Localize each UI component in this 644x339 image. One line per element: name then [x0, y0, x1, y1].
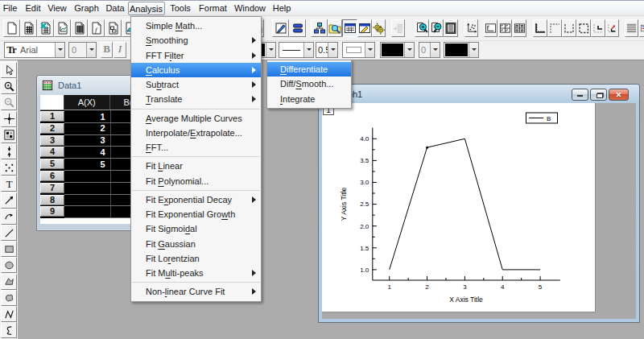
gridlines-button[interactable] [625, 19, 638, 37]
data-reader-button[interactable] [1, 111, 17, 127]
menu-item-simple-math-[interactable]: Simple Math... [131, 19, 261, 33]
code-builder-button[interactable] [372, 19, 386, 37]
row-header-1[interactable]: 1 [40, 111, 64, 122]
cell-a4[interactable]: 4 [64, 147, 105, 158]
y-axis-title[interactable]: Y Axis Title [340, 188, 348, 221]
project-explorer-button[interactable] [311, 19, 328, 37]
menu-item-fit-exponential-decay[interactable]: Fit Exponential Decay [131, 192, 261, 207]
font-combo-arrow[interactable] [55, 43, 64, 57]
italic-button[interactable]: I [114, 42, 126, 58]
menu-item-fit-exponential-growth[interactable]: Fit Exponential Growth [131, 207, 261, 221]
new-project-button[interactable] [3, 19, 20, 37]
menu-item-average-multiple-curves[interactable]: Average Multiple Curves [131, 111, 261, 126]
menu-item-fft-filter[interactable]: FFT Filter [131, 48, 261, 63]
data-line[interactable] [390, 138, 540, 270]
line-width-combo-arrow[interactable] [328, 43, 337, 57]
cell-a1[interactable]: 1 [64, 112, 105, 122]
secondary-size-combo[interactable]: 0 [419, 42, 440, 58]
menu-item-fit-multi-peaks[interactable]: Fit Multi-peaks [131, 266, 261, 280]
menu-item-fit-polynomial-[interactable]: Fit Polynomial... [131, 174, 261, 188]
axis-recreate-button[interactable] [605, 19, 619, 37]
row-header-2[interactable]: 2 [40, 123, 64, 134]
region-tool-button[interactable] [1, 290, 17, 306]
submenu-item-integrate[interactable]: Integrate [267, 92, 351, 106]
polygon-tool-button[interactable] [1, 274, 17, 290]
secondary-size-combo-arrow[interactable] [430, 43, 440, 57]
hidden-color-combo-arrow[interactable] [266, 43, 275, 57]
menubar-item-edit[interactable]: Edit [23, 2, 44, 15]
axis-top-left-button[interactable] [547, 19, 562, 37]
submenu-item-diff-smooth-[interactable]: Diff/Smooth... [267, 76, 351, 91]
font-size-combo-arrow[interactable] [86, 43, 96, 57]
menubar-item-data[interactable]: Data [103, 2, 127, 15]
menu-item-interpolate-extrapolate-[interactable]: Interpolate/Extrapolate... [131, 126, 261, 140]
axis-corner-button[interactable] [591, 19, 605, 37]
zoom-in-button[interactable] [1, 78, 17, 94]
worksheet-corner-cell[interactable] [40, 95, 64, 110]
region-dots-button[interactable] [1, 159, 17, 176]
submenu-item-differentiate[interactable]: Differentiate [267, 62, 351, 76]
menubar-item-help[interactable]: Help [270, 2, 294, 15]
zoom-out-button[interactable] [1, 94, 17, 110]
menu-item-fit-gaussian[interactable]: Fit Gaussian [131, 237, 261, 251]
row-header-6[interactable]: 6 [40, 171, 64, 181]
axis-box-button[interactable] [576, 19, 591, 37]
circle-tool-button[interactable] [1, 257, 17, 273]
new-worksheet-button[interactable] [20, 19, 37, 37]
data-point-marker[interactable] [426, 147, 428, 149]
line-tool-button[interactable] [1, 225, 17, 241]
curved-arrow-button[interactable] [1, 209, 17, 225]
line-width-combo[interactable]: 0.5 [316, 42, 338, 58]
menu-item-fit-lorentzian[interactable]: Fit Lorentzian [131, 251, 261, 266]
cell-a3[interactable]: 3 [64, 135, 105, 146]
duplicate-button[interactable] [289, 19, 306, 37]
layer-grid2-button[interactable] [513, 19, 526, 37]
whole-page-button[interactable] [444, 19, 458, 37]
menu-item-subtract[interactable]: Subtract [131, 77, 261, 92]
new-function-button[interactable] [88, 19, 105, 37]
zoom-in-page-button[interactable] [415, 19, 429, 37]
new-matrix-button[interactable] [71, 19, 88, 37]
menu-item-calculus[interactable]: Calculus [131, 63, 261, 77]
menubar-item-window[interactable]: Window [232, 2, 268, 15]
menubar-item-format[interactable]: Format [196, 2, 229, 15]
bold-button[interactable]: B [101, 42, 113, 58]
text-tool-button[interactable] [1, 176, 17, 192]
layer-grid-button[interactable] [498, 19, 512, 37]
arrow-tool-button[interactable] [1, 192, 17, 209]
line-color-combo[interactable] [380, 42, 415, 58]
x-axis-title[interactable]: X Axis Title [449, 296, 483, 304]
row-header-4[interactable]: 4 [40, 147, 64, 157]
save-project-button[interactable] [272, 19, 289, 37]
zoom-out-page-button[interactable] [429, 19, 444, 37]
polyline-tool-button[interactable] [1, 306, 17, 322]
cell-a5[interactable]: 5 [64, 159, 105, 170]
script-window-button[interactable] [357, 19, 372, 37]
row-header-8[interactable]: 8 [40, 195, 64, 205]
pointer-button[interactable] [1, 62, 17, 78]
line-style-combo-arrow[interactable] [303, 43, 313, 57]
freehand-tool-button[interactable] [1, 322, 17, 338]
row-header-3[interactable]: 3 [40, 135, 64, 146]
fill-color-combo-arrow[interactable] [469, 43, 478, 57]
row-header-5[interactable]: 5 [40, 159, 64, 169]
menubar-item-graph[interactable]: Graph [72, 2, 101, 15]
rescale-button[interactable] [464, 19, 478, 37]
menu-item-fit-linear[interactable]: Fit Linear [131, 159, 261, 173]
menubar-item-view[interactable]: View [45, 2, 69, 15]
close-button[interactable] [609, 89, 629, 101]
axis-bottom-right-button[interactable] [562, 19, 576, 37]
axis-bottom-left-button[interactable] [533, 19, 547, 37]
menubar-item-file[interactable]: File [1, 2, 20, 15]
fill-style-combo[interactable] [342, 42, 375, 58]
row-header-7[interactable]: 7 [40, 183, 64, 193]
window-graph1[interactable]: Graph1 1 1.01.52.02.53.03.54.012345X Axi… [318, 84, 640, 323]
row-header-9[interactable]: 9 [40, 206, 64, 217]
menu-item-non-linear-curve-fit[interactable]: Non-linear Curve Fit [131, 284, 261, 299]
line-color-combo-arrow[interactable] [404, 43, 414, 57]
fill-style-combo-arrow[interactable] [365, 43, 374, 57]
rect-tool-button[interactable] [1, 241, 17, 257]
menubar-item-tools[interactable]: Tools [167, 2, 194, 15]
layer-layout-button[interactable] [484, 19, 497, 37]
menu-item-translate[interactable]: Translate [131, 92, 261, 106]
